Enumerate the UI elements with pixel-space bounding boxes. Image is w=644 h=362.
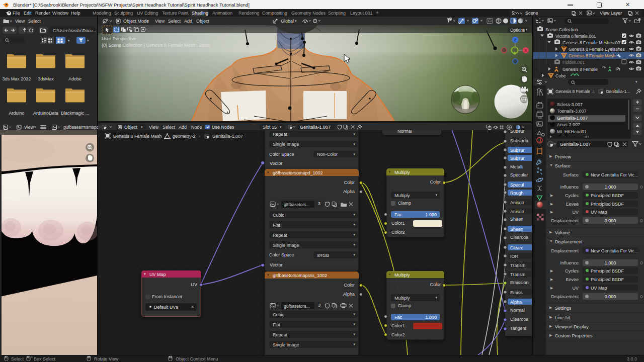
svg-text:X: X xyxy=(524,48,527,53)
svg-text:Victoria 8 female.001: Victoria 8 female.001 xyxy=(555,34,596,39)
svg-text:Genitalia-1.007: Genitalia-1.007 xyxy=(557,116,588,121)
svg-text:Genesis 8 Female Eyelashes: Genesis 8 Female Eyelashes xyxy=(569,47,625,52)
svg-text:Toenails-3.007: Toenails-3.007 xyxy=(557,109,587,114)
svg-text:MI_HKHead01: MI_HKHead01 xyxy=(557,129,587,134)
svg-text:Hidden.001: Hidden.001 xyxy=(562,60,585,65)
svg-text:Anus-2.007: Anus-2.007 xyxy=(557,122,580,127)
svg-text:Cube: Cube xyxy=(555,73,566,78)
svg-text:Scene Collection: Scene Collection xyxy=(545,27,578,32)
svg-text:Z: Z xyxy=(514,38,517,42)
svg-text:Genesis 8 Female: Genesis 8 Female xyxy=(562,67,598,72)
svg-text:Genesis 8 Female Meshes.001: Genesis 8 Female Meshes.001 xyxy=(562,40,622,45)
svg-text:Sclera-3.007: Sclera-3.007 xyxy=(557,102,583,107)
svg-text:Genesis 8 Female Mesh: Genesis 8 Female Mesh xyxy=(569,53,615,58)
